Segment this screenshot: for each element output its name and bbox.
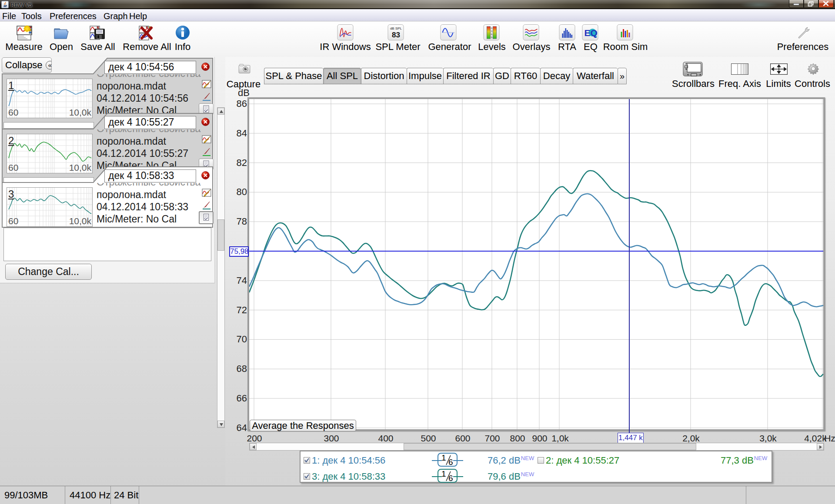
svg-text:dB SPL: dB SPL xyxy=(390,27,402,30)
svg-text:1: 1 xyxy=(441,454,446,462)
svg-text:EQ: EQ xyxy=(584,28,597,38)
svg-text:0: 0 xyxy=(491,27,492,30)
svg-text:83: 83 xyxy=(392,31,400,39)
svg-text:6: 6 xyxy=(491,33,492,36)
svg-text:1: 1 xyxy=(441,470,446,478)
svg-text:9: 9 xyxy=(491,36,492,39)
svg-text:3: 3 xyxy=(491,30,492,33)
